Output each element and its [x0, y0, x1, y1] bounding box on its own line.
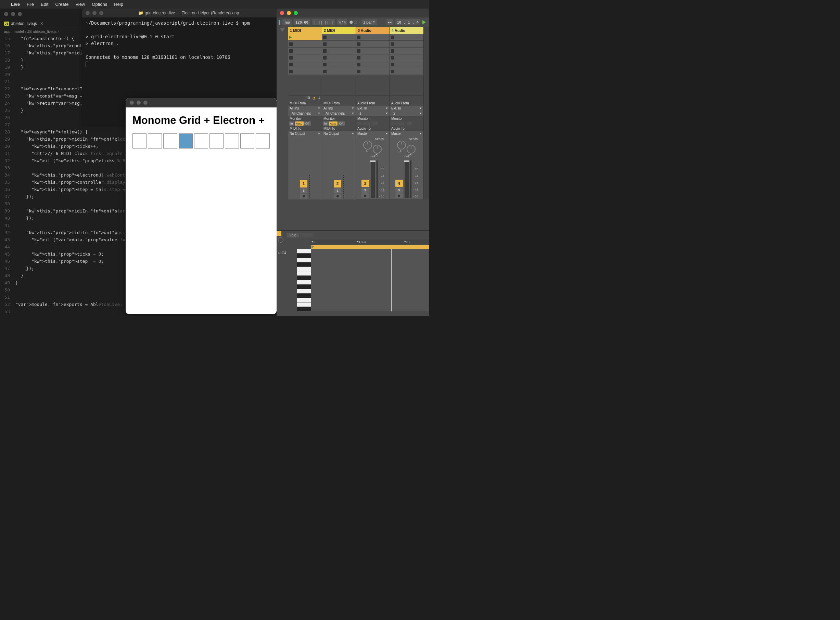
arm-button[interactable]	[334, 194, 341, 199]
track-header[interactable]: 3 Audio	[356, 27, 389, 34]
code-line[interactable]: 40 });	[0, 215, 82, 222]
tempo-nudge[interactable]: |||| ||||	[312, 19, 335, 25]
crumb-0[interactable]: app	[4, 29, 10, 33]
piano-roll-keys[interactable]	[297, 249, 311, 312]
code-line[interactable]: 29 "kw">this."prop">midiIn."fn">on("cloc…	[0, 135, 82, 143]
monitor-buttons[interactable]: In Auto Off	[322, 121, 356, 126]
loop-icon[interactable]	[278, 237, 284, 242]
code-line[interactable]: 23 "kw">const "var">msg = "var">await th…	[0, 92, 82, 99]
clip-slot[interactable]	[390, 61, 424, 68]
clip-slot[interactable]	[356, 68, 389, 75]
scale-button[interactable]: Scale	[300, 233, 314, 238]
clip-slot[interactable]	[390, 68, 424, 75]
code-line[interactable]: 47 });	[0, 265, 82, 272]
grid-cell[interactable]	[148, 134, 162, 149]
track-header[interactable]: 4 Audio	[390, 27, 424, 34]
track-activator[interactable]: 1	[300, 180, 308, 188]
editor-tab[interactable]: JS ableton_live.js ✕	[0, 20, 82, 28]
io-source-select[interactable]: Ext. In▼	[356, 106, 389, 111]
tap-tempo-button[interactable]: Tap	[282, 19, 292, 25]
code-line[interactable]: 53	[0, 308, 82, 315]
code-line[interactable]: 35 "kw">this."prop">controller.displayTr…	[0, 179, 82, 186]
piano-key[interactable]	[297, 280, 311, 285]
clip-slot[interactable]	[390, 41, 424, 48]
piano-key[interactable]	[297, 293, 311, 298]
code-line[interactable]: 22 "kw">async "fn">connectToGrid() {	[0, 85, 82, 92]
menu-create[interactable]: Create	[55, 2, 68, 7]
code-line[interactable]: 30 "kw">this."prop">ticks++;	[0, 143, 82, 150]
code-line[interactable]: 48 }	[0, 272, 82, 279]
io-dest-select[interactable]: No Output▼	[322, 131, 356, 136]
io-channel-select[interactable]: 2▼	[390, 111, 424, 116]
code-line[interactable]: 45 "kw">this."prop">ticks = 0;	[0, 250, 82, 258]
code-line[interactable]: 44	[0, 243, 82, 250]
quantize-menu[interactable]: 1 Bar ▼	[362, 19, 377, 25]
clip-slot[interactable]	[288, 41, 322, 48]
grid-cell[interactable]	[194, 134, 208, 149]
piano-key[interactable]	[297, 249, 311, 254]
code-line[interactable]: 28 "kw">async "fn">follow() {	[0, 128, 82, 135]
macos-menubar[interactable]: Live File Edit Create View Options Help	[0, 0, 429, 9]
zoom-icon[interactable]	[143, 101, 148, 105]
menu-app[interactable]: Live	[11, 2, 20, 7]
grid-cell[interactable]	[256, 134, 270, 149]
midi-note-grid[interactable]	[311, 249, 429, 312]
clip-slot[interactable]	[356, 61, 389, 68]
io-dest-select[interactable]: Master▼	[356, 131, 389, 136]
piano-key[interactable]	[297, 254, 311, 258]
solo-button[interactable]: S	[395, 188, 403, 193]
grid-cell[interactable]	[133, 134, 146, 149]
io-source-select[interactable]: Ext. In▼	[390, 106, 424, 111]
solo-button[interactable]: S	[362, 188, 369, 193]
code-line[interactable]: 15 "fn">constructor() {	[0, 35, 82, 42]
grid-cell[interactable]	[240, 134, 254, 149]
clip-slot[interactable]	[356, 48, 389, 54]
time-signature[interactable]: 4 / 4	[337, 19, 347, 25]
menu-edit[interactable]: Edit	[41, 2, 48, 7]
clip-slot[interactable]	[390, 48, 424, 54]
zoom-icon[interactable]	[18, 12, 22, 16]
code-line[interactable]: 52"var">module."fn">exports = AbletonLiv…	[0, 301, 82, 308]
piano-key[interactable]	[297, 258, 311, 262]
close-icon[interactable]	[4, 12, 8, 16]
arm-button[interactable]	[395, 193, 403, 198]
clip-slot[interactable]	[322, 68, 356, 75]
code-line[interactable]: 37 });	[0, 193, 82, 200]
code-line[interactable]: 27	[0, 121, 82, 128]
code-editor[interactable]: 15 "fn">constructor() {16 "kw">this."pro…	[0, 35, 82, 315]
close-icon[interactable]	[280, 11, 284, 15]
track-drop-area[interactable]	[288, 75, 322, 95]
session-scrollbar[interactable]	[424, 27, 429, 200]
io-dest-select[interactable]: No Output▼	[288, 131, 322, 136]
code-line[interactable]: 42 "kw">this."prop">midiIn."fn">on("posi…	[0, 229, 82, 236]
minimize-icon[interactable]	[92, 11, 97, 15]
clip-slot[interactable]	[288, 68, 322, 75]
breadcrumb[interactable]: app› model› JS ableton_live.js›	[0, 28, 82, 35]
clip-slot[interactable]	[322, 34, 356, 41]
fold-button[interactable]: Fold	[287, 233, 299, 238]
zoom-icon[interactable]	[294, 11, 298, 15]
io-channel-select[interactable]: All Channels▼	[288, 111, 322, 116]
track-activator[interactable]: 2	[334, 180, 341, 188]
piano-key[interactable]	[297, 289, 311, 293]
io-source-select[interactable]: All Ins▼	[288, 106, 322, 111]
clip-slot[interactable]	[322, 61, 356, 68]
clip-ruler[interactable]: ▾1 ▾1.1.3 ▾1.2	[311, 239, 429, 244]
terminal-titlebar[interactable]: 📁 grid-electron-live — Electron Helper (…	[82, 9, 277, 17]
grid-cell[interactable]	[210, 134, 223, 149]
grid-cell[interactable]	[163, 134, 177, 149]
minimize-icon[interactable]	[287, 11, 291, 15]
volume-fader[interactable]	[404, 161, 409, 198]
code-line[interactable]: 38	[0, 200, 82, 207]
clip-slot[interactable]	[322, 48, 356, 54]
arm-button[interactable]	[300, 194, 308, 199]
clip-slot[interactable]	[322, 54, 356, 61]
code-line[interactable]: 26	[0, 114, 82, 121]
io-channel-select[interactable]: All Channels▼	[322, 111, 356, 116]
menu-help[interactable]: Help	[114, 2, 123, 7]
code-line[interactable]: 34 "kw">this."prop">electronUI.webConten…	[0, 172, 82, 179]
vscode-traffic-lights[interactable]	[0, 9, 82, 20]
solo-button[interactable]: S	[300, 188, 308, 193]
track-header[interactable]: 1 MIDI	[288, 27, 322, 34]
code-line[interactable]: 24 "kw">return "var">msg;	[0, 99, 82, 107]
